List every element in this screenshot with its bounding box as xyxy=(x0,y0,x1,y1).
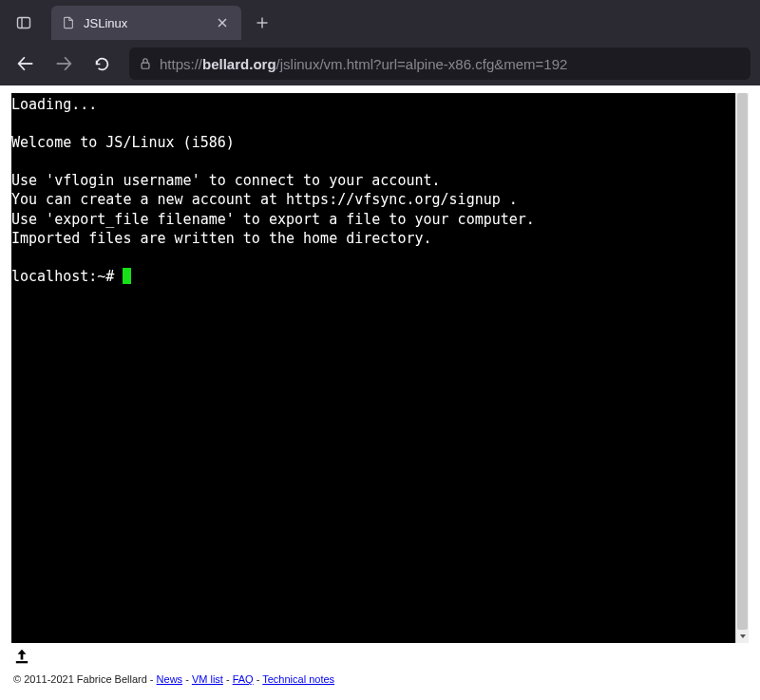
svg-rect-0 xyxy=(18,18,30,28)
scrollbar-down-icon[interactable] xyxy=(736,630,749,643)
window-controls xyxy=(8,7,40,39)
close-icon[interactable] xyxy=(213,13,232,32)
new-tab-button[interactable] xyxy=(247,8,277,38)
url-scheme: https:// xyxy=(160,56,202,72)
footer-link-faq[interactable]: FAQ xyxy=(233,673,254,685)
footer-link-vmlist[interactable]: VM list xyxy=(192,673,223,685)
tab-active[interactable]: JSLinux xyxy=(51,6,241,40)
footer-link-technotes[interactable]: Technical notes xyxy=(262,673,334,685)
upload-icon[interactable] xyxy=(13,648,30,665)
url-host: bellard.org xyxy=(202,56,276,72)
browser-chrome: JSLinux xyxy=(0,0,760,85)
sidebar-toggle-icon[interactable] xyxy=(8,7,40,39)
terminal-tools xyxy=(11,643,749,668)
tab-title: JSLinux xyxy=(84,16,205,30)
terminal-scrollbar[interactable] xyxy=(735,93,749,643)
svg-rect-9 xyxy=(16,661,28,663)
terminal-wrap: Loading... Welcome to JS/Linux (i586) Us… xyxy=(11,93,749,643)
lock-icon xyxy=(139,57,152,70)
footer-link-news[interactable]: News xyxy=(157,673,183,685)
terminal-cursor xyxy=(123,268,131,284)
url-path: /jslinux/vm.html?url=alpine-x86.cfg&mem=… xyxy=(276,56,568,72)
url-text: https://bellard.org/jslinux/vm.html?url=… xyxy=(160,56,741,72)
terminal[interactable]: Loading... Welcome to JS/Linux (i586) Us… xyxy=(11,93,735,643)
page-content: Loading... Welcome to JS/Linux (i586) Us… xyxy=(0,85,760,700)
scrollbar-thumb[interactable] xyxy=(737,93,748,630)
footer: © 2011-2021 Fabrice Bellard - News - VM … xyxy=(11,668,749,692)
reload-button[interactable] xyxy=(86,47,118,80)
back-button[interactable] xyxy=(10,47,42,80)
toolbar: https://bellard.org/jslinux/vm.html?url=… xyxy=(0,42,760,85)
footer-copyright: © 2011-2021 Fabrice Bellard - xyxy=(13,673,157,685)
svg-rect-8 xyxy=(142,63,149,68)
forward-button xyxy=(48,47,80,80)
tab-bar: JSLinux xyxy=(0,0,760,42)
address-bar[interactable]: https://bellard.org/jslinux/vm.html?url=… xyxy=(129,47,750,80)
page-favicon-icon xyxy=(61,15,76,30)
